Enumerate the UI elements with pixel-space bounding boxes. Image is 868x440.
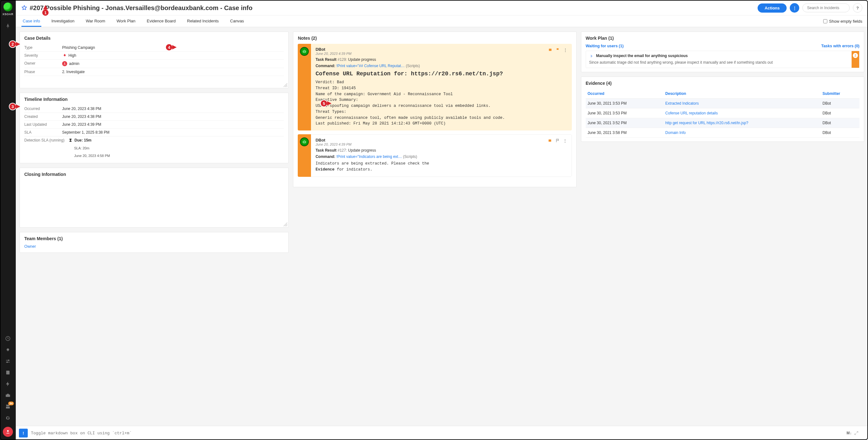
assignee-pin-icon: [853, 53, 858, 58]
tab-war-room[interactable]: War Room: [85, 15, 106, 27]
tab-bar: Case info Investigation War Room Work Pl…: [16, 15, 868, 27]
note-flag-icon[interactable]: [555, 138, 560, 143]
resize-handle-icon: [284, 223, 287, 226]
evidence-col-occurred[interactable]: Occurred: [586, 89, 663, 99]
evidence-col-submitter[interactable]: Submitter: [821, 89, 860, 99]
cli-expand-icon[interactable]: [854, 431, 859, 435]
show-empty-checkbox[interactable]: [823, 19, 827, 23]
severity-flame-icon: [62, 53, 67, 58]
note-menu-icon[interactable]: ⋮: [563, 138, 567, 143]
timeline-panel: Timeline Information Occurred June 20, 2…: [20, 93, 288, 163]
label-owner: Owner: [24, 61, 62, 66]
svg-point-11: [303, 142, 304, 142]
evidence-desc-link[interactable]: Extracted Indicators: [665, 101, 699, 106]
tab-related-incidents[interactable]: Related Incidents: [186, 15, 220, 27]
show-empty-label: Show empty fields: [829, 19, 863, 24]
note-accent-bar: [298, 44, 311, 131]
svg-point-7: [303, 52, 304, 52]
notes-panel: Notes (2): [293, 32, 576, 187]
more-actions-button[interactable]: ⋮: [790, 3, 799, 12]
note-card: ⋮ DBot June 20, 2023 4:39 PM Task Result…: [298, 134, 571, 177]
closing-info-title: Closing Information: [24, 172, 284, 177]
chevron-right-icon: [589, 54, 594, 59]
note-flag-icon[interactable]: [556, 47, 560, 52]
notes-title: Notes (2): [298, 36, 571, 41]
evidence-col-description[interactable]: Description: [663, 89, 820, 99]
evidence-desc-link[interactable]: Domain Info: [665, 131, 686, 135]
nav-settings-icon[interactable]: [0, 412, 16, 424]
svg-point-12: [305, 142, 305, 142]
svg-point-1: [7, 348, 9, 351]
actions-button[interactable]: Actions: [757, 3, 786, 12]
owner-avatar-icon: [62, 61, 67, 66]
table-row[interactable]: June 30, 2021 3:53 PM Extracted Indicato…: [586, 98, 860, 108]
note-command-link[interactable]: !Print value="## Cofense URL Reputat…: [336, 64, 405, 68]
nav-bolt-icon[interactable]: [0, 378, 16, 390]
nav-marketplace-icon[interactable]: 34: [0, 401, 16, 412]
workplan-waiting-link[interactable]: Waiting for users (1): [586, 44, 624, 48]
nav-badge: 34: [8, 402, 14, 405]
table-row[interactable]: June 30, 2021 3:52 PM http get request f…: [586, 118, 860, 128]
note-author: DBot: [315, 138, 567, 142]
tab-case-info[interactable]: Case info: [22, 15, 41, 27]
nav-sliders-icon[interactable]: [0, 356, 16, 367]
value-type: Phishing Campaign: [62, 45, 95, 50]
table-row[interactable]: June 30, 2021 3:53 PM Cofense URL reputa…: [586, 108, 860, 118]
note-mono-body: Indicators are being extracted. Please c…: [315, 161, 567, 173]
workplan-panel: Work Plan (1) Waiting for users (1) Task…: [581, 32, 864, 72]
evidence-desc-link[interactable]: http get request for URL https://r20.rs6…: [665, 121, 748, 125]
note-tag-icon[interactable]: [548, 47, 553, 52]
svg-rect-9: [549, 49, 551, 51]
table-row[interactable]: June 30, 2021 3:58 PM Domain Info DBot: [586, 128, 860, 137]
case-details-title: Case Details: [24, 36, 284, 41]
page-header: #207 Possible Phishing - Jonas.Versaille…: [16, 0, 868, 15]
svg-point-2: [8, 360, 9, 361]
workplan-errors-link[interactable]: Tasks with errors (0): [821, 44, 860, 48]
workplan-task-card[interactable]: Manually inspect the email for anything …: [586, 51, 860, 68]
nav-toolbox-icon[interactable]: [0, 390, 16, 401]
evidence-panel: Evidence (4) Occurred Description Submit…: [581, 77, 864, 142]
team-owner-link[interactable]: Owner: [24, 244, 284, 249]
timeline-title: Timeline Information: [24, 97, 284, 102]
note-command-link[interactable]: !Print value="Indicators are being ext…: [336, 155, 402, 159]
brand-logo-icon: [3, 2, 12, 11]
show-empty-fields-toggle[interactable]: Show empty fields: [823, 19, 863, 24]
cli-bar: ! M↓: [16, 426, 868, 440]
tab-evidence-board[interactable]: Evidence Board: [146, 15, 177, 27]
tab-work-plan[interactable]: Work Plan: [116, 15, 137, 27]
cli-markdown-toggle[interactable]: M↓: [846, 431, 851, 435]
nav-pin-icon[interactable]: [0, 20, 16, 32]
evidence-title: Evidence (4): [586, 81, 860, 86]
cli-input[interactable]: [31, 431, 846, 436]
workplan-title: Work Plan (1): [586, 36, 860, 41]
closing-info-panel: Closing Information: [20, 168, 288, 228]
note-menu-icon[interactable]: ⋮: [563, 47, 567, 52]
svg-point-5: [64, 63, 65, 64]
search-input[interactable]: [802, 3, 850, 12]
cli-alert-icon[interactable]: !: [19, 429, 28, 438]
resize-handle-icon: [284, 83, 287, 87]
current-user-avatar[interactable]: [3, 427, 13, 437]
note-date: June 20, 2023 4:39 PM: [315, 142, 567, 146]
nav-threat-icon[interactable]: [0, 344, 16, 356]
nav-history-icon[interactable]: [0, 333, 16, 344]
svg-rect-13: [549, 140, 551, 142]
svg-point-14: [855, 55, 856, 56]
detection-sla-value: Due: 15m SLA: 20m June 20, 2023 4:58 PM: [68, 138, 161, 158]
value-severity: High: [62, 53, 76, 58]
evidence-desc-link[interactable]: Cofense URL reputation details: [665, 111, 718, 115]
favorite-star-icon[interactable]: [22, 5, 27, 11]
tab-canvas[interactable]: Canvas: [229, 15, 245, 27]
svg-point-3: [7, 362, 7, 363]
brand-label: XSOAR: [2, 12, 13, 16]
nav-book-icon[interactable]: [0, 367, 16, 378]
hourglass-icon: [68, 138, 72, 142]
value-phase: 2. Investigate: [62, 70, 85, 74]
tab-investigation[interactable]: Investigation: [50, 15, 76, 27]
note-author: DBot: [315, 47, 567, 52]
note-tag-icon[interactable]: [548, 138, 552, 143]
help-button[interactable]: ?: [853, 3, 862, 12]
label-severity: Severity: [24, 53, 62, 58]
team-members-panel: Team Members (1) Owner: [20, 232, 288, 253]
note-mono-body: Verdict: Bad Threat ID: 194145 Name of t…: [315, 79, 567, 127]
